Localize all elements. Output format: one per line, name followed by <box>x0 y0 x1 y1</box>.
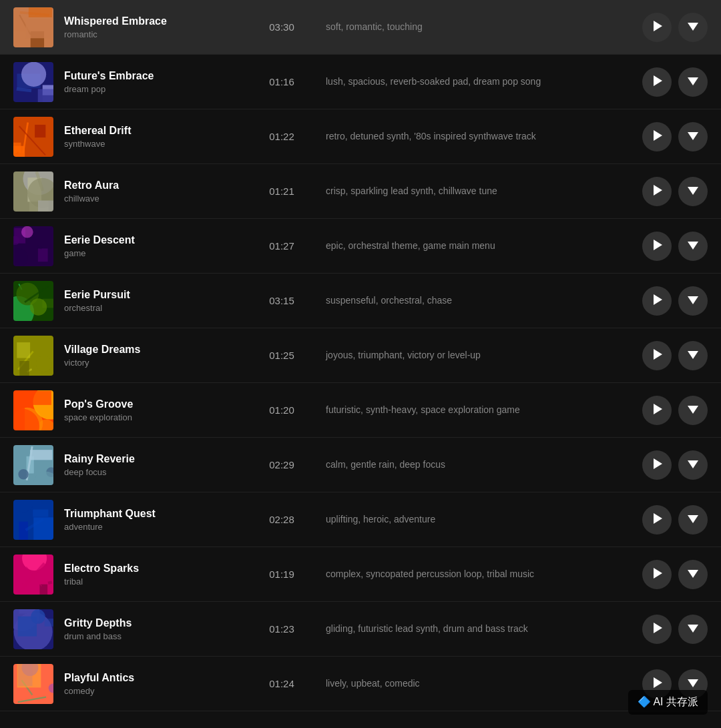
track-tags: crisp, sparkling lead synth, chillwave t… <box>326 185 632 198</box>
track-tags: lively, upbeat, comedic <box>326 677 632 691</box>
track-tags: joyous, triumphant, victory or level-up <box>326 349 632 362</box>
download-button[interactable] <box>678 560 708 589</box>
track-actions <box>642 450 708 480</box>
download-button[interactable] <box>678 505 708 534</box>
track-row[interactable]: Playful Anticscomedy01:24lively, upbeat,… <box>0 657 721 711</box>
download-icon <box>688 404 698 416</box>
track-genre: comedy <box>64 686 238 696</box>
track-info: Whispered Embraceromantic <box>64 15 238 39</box>
album-art <box>13 7 53 47</box>
track-row[interactable]: Future's Embracedream pop01:16lush, spac… <box>0 55 721 109</box>
download-icon <box>688 349 698 362</box>
download-button[interactable] <box>678 13 708 42</box>
track-info: Playful Anticscomedy <box>64 672 238 696</box>
track-name: Rainy Reverie <box>64 453 238 465</box>
track-genre: romantic <box>64 29 238 39</box>
track-name: Retro Aura <box>64 179 238 192</box>
track-genre: chillwave <box>64 194 238 204</box>
track-tags: complex, syncopated percussion loop, tri… <box>326 568 632 581</box>
track-row[interactable]: Eerie Pursuitorchestral03:15suspenseful,… <box>0 274 721 328</box>
download-icon <box>688 677 698 690</box>
play-icon <box>652 623 662 636</box>
play-icon <box>652 75 662 89</box>
track-row[interactable]: Ethereal Driftsynthwave01:22retro, detun… <box>0 109 721 164</box>
play-button[interactable] <box>642 232 672 261</box>
track-duration: 01:19 <box>248 569 315 580</box>
track-row[interactable]: Rainy Reveriedeep focus02:29calm, gentle… <box>0 438 721 492</box>
track-row[interactable]: Retro Aurachillwave01:21crisp, sparkling… <box>0 164 721 219</box>
play-button[interactable] <box>642 615 672 644</box>
album-art <box>13 609 53 649</box>
track-genre: deep focus <box>64 467 238 477</box>
track-row[interactable]: Triumphant Questadventure02:28uplifting,… <box>0 492 721 547</box>
album-art <box>13 226 53 266</box>
track-row[interactable]: Gritty Depthsdrum and bass01:23gliding, … <box>0 602 721 657</box>
track-genre: tribal <box>64 577 238 587</box>
track-tags: calm, gentle rain, deep focus <box>326 458 632 472</box>
track-genre: adventure <box>64 522 238 532</box>
track-actions <box>642 13 708 42</box>
download-button[interactable] <box>678 67 708 97</box>
track-name: Eerie Descent <box>64 234 238 246</box>
download-icon <box>688 185 698 198</box>
track-name: Whispered Embrace <box>64 15 238 27</box>
track-duration: 01:23 <box>248 623 315 635</box>
play-button[interactable] <box>642 396 672 425</box>
track-actions <box>642 615 708 644</box>
track-duration: 01:16 <box>248 76 315 87</box>
play-button[interactable] <box>642 286 672 316</box>
album-art <box>13 171 53 212</box>
track-tags: epic, orchestral theme, game main menu <box>326 240 632 253</box>
play-button[interactable] <box>642 13 672 42</box>
track-info: Future's Embracedream pop <box>64 70 238 94</box>
download-icon <box>688 623 698 635</box>
track-info: Gritty Depthsdrum and bass <box>64 617 238 641</box>
track-info: Electro Sparkstribal <box>64 563 238 587</box>
play-button[interactable] <box>642 177 672 206</box>
play-button[interactable] <box>642 341 672 370</box>
play-button[interactable] <box>642 67 672 97</box>
download-button[interactable] <box>678 177 708 206</box>
download-button[interactable] <box>678 122 708 151</box>
play-icon <box>652 21 662 34</box>
play-icon <box>652 513 662 526</box>
download-icon <box>688 513 698 526</box>
track-tags: retro, detuned synth, '80s inspired synt… <box>326 130 632 143</box>
download-button[interactable] <box>678 615 708 644</box>
track-duration: 03:30 <box>248 21 315 33</box>
track-genre: game <box>64 248 238 258</box>
track-duration: 03:15 <box>248 295 315 306</box>
download-button[interactable] <box>678 396 708 425</box>
album-art <box>13 664 53 704</box>
download-icon <box>688 294 698 307</box>
track-row[interactable]: Pop's Groovespace exploration01:20futuri… <box>0 383 721 438</box>
track-row[interactable]: Whispered Embraceromantic03:30soft, roma… <box>0 0 721 55</box>
play-icon <box>652 458 662 472</box>
play-button[interactable] <box>642 505 672 534</box>
play-icon <box>652 185 662 198</box>
track-row[interactable]: Electro Sparkstribal01:19complex, syncop… <box>0 547 721 602</box>
track-row[interactable]: Village Dreamsvictory01:25joyous, triump… <box>0 328 721 383</box>
album-art <box>13 390 53 430</box>
track-info: Ethereal Driftsynthwave <box>64 125 238 149</box>
play-button[interactable] <box>642 122 672 151</box>
track-name: Gritty Depths <box>64 617 238 629</box>
download-button[interactable] <box>678 286 708 316</box>
track-actions <box>642 341 708 370</box>
download-icon <box>688 568 698 581</box>
download-icon <box>688 75 698 88</box>
play-icon <box>652 130 662 143</box>
download-button[interactable] <box>678 450 708 480</box>
track-genre: orchestral <box>64 303 238 313</box>
album-art <box>13 336 53 376</box>
play-icon <box>652 294 662 308</box>
track-row[interactable]: Eerie Descentgame01:27epic, orchestral t… <box>0 219 721 274</box>
track-name: Village Dreams <box>64 344 238 356</box>
download-button[interactable] <box>678 232 708 261</box>
play-button[interactable] <box>642 450 672 480</box>
play-button[interactable] <box>642 560 672 589</box>
track-name: Electro Sparks <box>64 563 238 575</box>
download-button[interactable] <box>678 341 708 370</box>
track-actions <box>642 67 708 97</box>
track-tags: futuristic, synth-heavy, space explorati… <box>326 404 632 417</box>
